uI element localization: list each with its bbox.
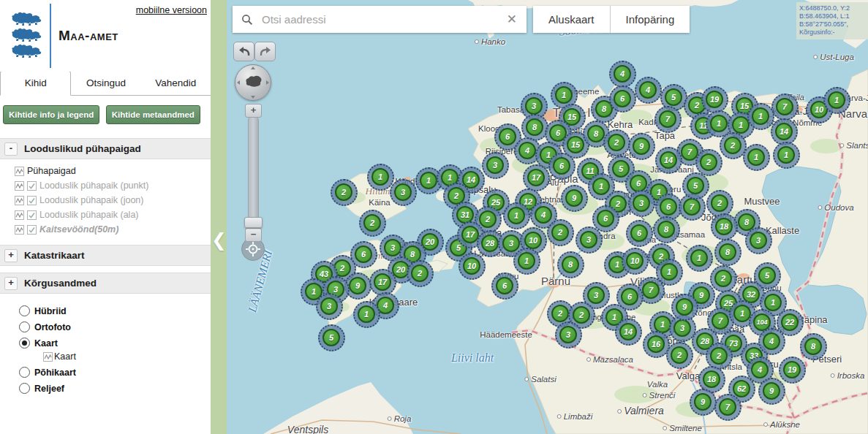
map-cluster-marker[interactable]: 10: [458, 253, 486, 280]
map-viewport[interactable]: Soome lahtHankoUst-LugaHaabneemeTALLINNT…: [227, 0, 868, 434]
map-cluster-marker[interactable]: 8: [521, 114, 548, 141]
map-cluster-marker[interactable]: 3: [390, 179, 417, 206]
zoom-slider-track[interactable]: [248, 115, 259, 231]
layer-item[interactable]: Kaitsevöönd(50m): [0, 222, 211, 237]
map-cluster-marker[interactable]: 14: [771, 118, 798, 145]
expand-toggle[interactable]: +: [4, 249, 18, 262]
map-cluster-marker[interactable]: 2: [666, 342, 693, 369]
map-cluster-marker[interactable]: 6: [548, 153, 575, 180]
basemap-option-põhikaart[interactable]: Põhikaart: [19, 367, 211, 378]
map-cluster-marker[interactable]: 14: [655, 147, 682, 174]
layer-item[interactable]: Looduslik pühapaik (joon): [0, 193, 211, 208]
map-cluster-marker[interactable]: 3: [316, 293, 343, 320]
map-cluster-marker[interactable]: 2: [720, 132, 747, 159]
layer-info-legend-button[interactable]: Kihtide info ja legend: [3, 105, 99, 124]
mobile-version-link[interactable]: mobiilne versioon: [136, 5, 207, 15]
undo-button[interactable]: [233, 42, 254, 61]
layer-checkbox[interactable]: [27, 225, 37, 235]
basemap-option-hübriid[interactable]: Hübriid: [19, 305, 211, 316]
map-cluster-marker[interactable]: 7: [771, 94, 799, 121]
map-cluster-marker[interactable]: 7: [654, 106, 682, 133]
map-cluster-marker[interactable]: 17: [523, 164, 550, 191]
map-cluster-marker[interactable]: 3: [575, 226, 603, 254]
radio-button[interactable]: [19, 367, 30, 378]
map-cluster-marker[interactable]: 1: [743, 144, 770, 171]
map-cluster-marker[interactable]: 2: [706, 190, 733, 217]
basemap-option-ortofoto[interactable]: Ortofoto: [19, 321, 211, 332]
map-cluster-marker[interactable]: 1: [503, 202, 530, 229]
map-cluster-marker[interactable]: 5: [682, 172, 709, 199]
map-cluster-marker[interactable]: 6: [626, 220, 653, 247]
radio-button[interactable]: [19, 305, 30, 316]
map-cluster-marker[interactable]: 2: [331, 179, 358, 206]
map-cluster-marker[interactable]: 16: [643, 331, 670, 358]
map-cluster-marker[interactable]: 7: [714, 394, 741, 421]
map-cluster-marker[interactable]: 2: [603, 129, 630, 156]
map-cluster-marker[interactable]: 5: [318, 324, 345, 351]
layer-item[interactable]: Looduslik pühapaik (ala): [0, 208, 211, 222]
layer-group-sacred-sites[interactable]: - Looduslikud pühapaigad: [0, 138, 211, 159]
map-cluster-marker[interactable]: 19: [701, 86, 728, 113]
layer-legend-icon[interactable]: [15, 181, 24, 191]
radio-button[interactable]: [19, 383, 30, 394]
expand-toggle[interactable]: +: [4, 277, 18, 290]
map-cluster-marker[interactable]: 10: [622, 248, 649, 275]
map-cluster-marker[interactable]: 9: [690, 389, 717, 416]
basemap-option-reljeef[interactable]: Reljeef: [19, 383, 211, 394]
zoom-in-button[interactable]: +: [245, 104, 262, 118]
layer-legend-icon[interactable]: [15, 167, 24, 176]
radio-button[interactable]: [19, 338, 30, 349]
map-cluster-marker[interactable]: 8: [800, 333, 827, 360]
layer-legend-icon[interactable]: [43, 352, 53, 362]
redo-button[interactable]: [254, 42, 276, 61]
tab-otsingud[interactable]: Otsingud: [71, 72, 140, 95]
layer-legend-icon[interactable]: [15, 196, 24, 205]
map-cluster-marker[interactable]: 2: [695, 149, 722, 176]
map-cluster-marker[interactable]: 4: [609, 61, 636, 88]
map-cluster-marker[interactable]: 3: [745, 227, 772, 254]
layer-legend-icon[interactable]: [15, 225, 24, 235]
map-cluster-marker[interactable]: 9: [628, 133, 655, 160]
map-cluster-marker[interactable]: 17: [369, 269, 396, 296]
map-cluster-marker[interactable]: 3: [628, 190, 655, 217]
map-cluster-marker[interactable]: 9: [671, 294, 698, 321]
map-cluster-marker[interactable]: 1: [773, 142, 800, 169]
map-cluster-marker[interactable]: 3: [482, 152, 509, 179]
layer-item[interactable]: Pühapaigad: [0, 164, 211, 178]
map-cluster-marker[interactable]: 2: [359, 210, 386, 237]
map-cluster-marker[interactable]: 6: [491, 273, 518, 300]
collapse-toggle[interactable]: -: [4, 142, 18, 156]
map-cluster-marker[interactable]: 19: [779, 357, 806, 384]
layer-item[interactable]: Looduslik pühapaik (punkt): [0, 178, 211, 193]
zoom-out-button[interactable]: −: [245, 228, 262, 242]
layer-legend-icon[interactable]: [15, 210, 24, 220]
sidebar-collapse-arrow-icon[interactable]: ❮: [211, 229, 227, 251]
map-cluster-marker[interactable]: 3: [555, 321, 582, 349]
map-cluster-marker[interactable]: 1: [367, 164, 394, 191]
search-input[interactable]: [260, 12, 497, 26]
map-cluster-marker[interactable]: 2: [706, 343, 733, 370]
map-cluster-marker[interactable]: 1: [513, 248, 540, 275]
layer-group-cadastre[interactable]: + Katastrikaart: [0, 245, 211, 266]
map-cluster-marker[interactable]: 1: [747, 103, 774, 130]
tab-vahendid[interactable]: Vahendid: [141, 72, 211, 95]
info-query-button[interactable]: Infopäring: [610, 6, 690, 33]
map-cluster-marker[interactable]: 8: [653, 216, 680, 243]
map-cluster-marker[interactable]: 1: [353, 301, 380, 328]
map-cluster-marker[interactable]: 4: [635, 77, 662, 104]
map-cluster-marker[interactable]: 14: [615, 319, 642, 346]
map-cluster-marker[interactable]: 2: [710, 265, 737, 292]
radio-button[interactable]: [19, 321, 30, 332]
map-cluster-marker[interactable]: 8: [714, 239, 741, 266]
map-cluster-marker[interactable]: 2: [547, 219, 574, 246]
basemap-sublayer[interactable]: Kaart: [43, 351, 211, 362]
layer-group-elevation[interactable]: + Kõrgusandmed: [0, 273, 211, 294]
map-cluster-marker[interactable]: 8: [557, 251, 584, 278]
address-search-box[interactable]: ✕: [233, 6, 527, 33]
pan-overview-control[interactable]: [235, 64, 271, 101]
map-cluster-marker[interactable]: 1: [686, 245, 713, 272]
layer-metadata-button[interactable]: Kihtide metaandmed: [106, 105, 200, 124]
map-cluster-marker[interactable]: 1: [823, 87, 850, 114]
map-cluster-marker[interactable]: 4: [758, 328, 785, 355]
layer-checkbox[interactable]: [27, 181, 37, 191]
